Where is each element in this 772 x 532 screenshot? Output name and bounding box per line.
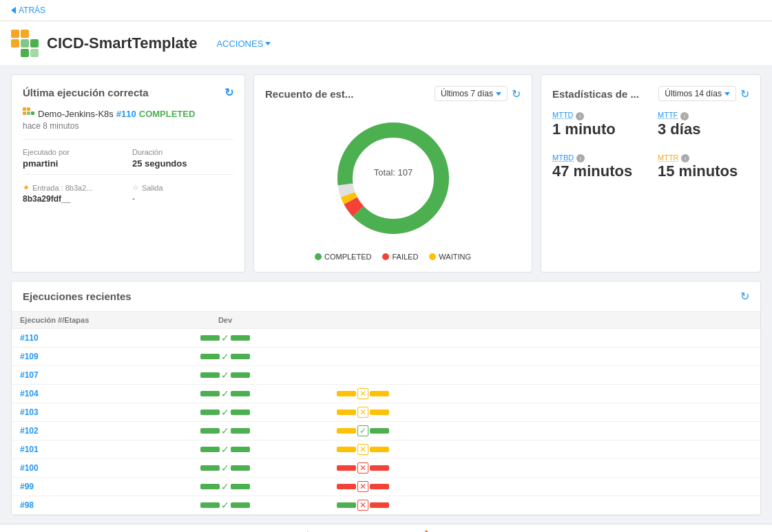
count-period-button[interactable]: Últimos 7 días [435,86,508,101]
bar-seg [370,428,389,434]
exec-number[interactable]: #110 [116,109,136,119]
pipeline-left-99: ✓ [130,481,320,492]
stats-period-select: Últimos 14 días ↻ [658,86,749,101]
svg-rect-8 [27,107,30,111]
actions-button[interactable]: ACCIONES [216,39,271,49]
exec-num-107[interactable]: #107 [20,370,39,380]
duration-value: 25 segundos [132,158,233,169]
empty-cell [328,329,760,348]
exec-num-103[interactable]: #103 [20,407,39,417]
legend-failed: FAILED [382,253,418,261]
refresh-recent-button[interactable]: ↻ [740,290,749,303]
salida-label: ☆ Salida [132,183,233,192]
page-header: CICD-SmartTemplate ACCIONES [0,21,772,66]
count-card: Recuento de est... Últimos 7 días ↻ [253,74,532,273]
last-exec-card-title: Última ejecución correcta ↻ [23,86,233,99]
entrada-label-text: Entrada : 8b3a2... [32,184,92,192]
mttd-label[interactable]: MTTD [552,111,574,119]
bar-seg [231,335,250,341]
salida-item: ☆ Salida - [132,183,233,204]
bar-seg [231,409,250,415]
entrada-label: ★ Entrada : 8b3a2... [23,183,124,192]
bar-seg [200,428,220,434]
failed-icon: ✕ [357,481,368,492]
stats-period-label: Últimos 14 días [665,89,722,98]
failed-icon: ✕ [357,462,368,474]
bar-seg [231,465,250,471]
exec-num-110[interactable]: #110 [20,333,39,343]
mttd-info-icon[interactable]: i [576,112,584,120]
exec-num-101[interactable]: #101 [20,445,39,454]
check-icon: ✓ [221,500,229,511]
pipeline-right-101: ✕ [337,444,752,455]
check-icon: ✓ [221,388,229,399]
table-row: #110 ✓ [12,329,760,348]
exec-num-99[interactable]: #99 [20,482,34,491]
stats-period-chevron-icon [724,92,730,96]
pipeline-right-99: ✕ [337,481,752,492]
empty-cell [328,366,760,385]
star-filled-icon: ★ [23,183,30,192]
duration-label: Duración [132,148,233,156]
salida-value: - [132,194,233,204]
bar-seg [231,447,250,452]
exec-num-100[interactable]: #100 [20,463,39,473]
bar-seg [337,391,356,396]
legend-dot-failed [382,253,389,260]
mttf-value: 3 días [658,120,749,138]
mtbd-info-icon[interactable]: i [576,154,585,162]
mttf-stat: MTTF i 3 días [658,109,749,138]
table-row: #109 ✓ [12,348,760,366]
pipeline-left-104: ✓ [130,388,320,399]
executed-by-value: pmartini [23,158,124,169]
exec-num-102[interactable]: #102 [20,426,39,436]
refresh-last-exec-button[interactable]: ↻ [225,86,233,99]
exec-time: hace 8 minutos [23,121,233,131]
complete-icon: ✓ [357,425,368,436]
table-row: #104 ✓ ✕ [12,385,760,403]
back-button[interactable]: ATRÁS [11,6,45,15]
table-header-row: Ejecución #/Etapas Dev [12,312,760,329]
exec-num-98[interactable]: #98 [20,500,34,510]
check-icon: ✓ [221,481,229,492]
mttf-info-icon[interactable]: i [680,112,689,120]
waiting-icon: ✕ [357,388,368,399]
pipeline-right-102: ✓ [337,425,752,436]
table-row: #98 ✓ ✕ [12,496,760,515]
refresh-stats-button[interactable]: ↻ [740,87,749,100]
svg-text:Total: 107: Total: 107 [373,167,412,178]
bar-seg [200,447,220,452]
mttd-label-wrapper: MTTD i [552,109,644,120]
last-exec-title-text: Última ejecución correcta [23,87,149,98]
table-row: #103 ✓ ✕ [12,403,760,422]
refresh-count-button[interactable]: ↻ [512,87,521,100]
pipeline-left-100: ✓ [130,462,320,474]
bar-seg [370,447,389,452]
mttr-value: 15 minutos [658,162,749,180]
legend-dot-waiting [429,253,436,260]
svg-rect-5 [21,49,29,57]
bar-seg [337,447,356,452]
bar-seg [231,502,250,508]
pipeline-left-101: ✓ [130,444,320,455]
check-icon: ✓ [221,351,229,362]
pipeline-109: ✓ [130,351,320,362]
exec-num-104[interactable]: #104 [20,389,39,398]
waiting-icon: ✕ [357,444,368,455]
main-content: Última ejecución correcta ↻ Demo-Jenkins… [0,66,772,524]
bar-seg [200,335,220,341]
svg-rect-10 [27,111,30,115]
page-title: CICD-SmartTemplate [47,34,197,52]
svg-rect-4 [30,39,39,47]
mtbd-label[interactable]: MTBD [552,153,574,162]
mttr-label[interactable]: MTTR [658,153,679,162]
svg-rect-2 [11,39,19,47]
mttf-label[interactable]: MTTF [658,111,678,119]
svg-rect-9 [23,111,26,115]
mttr-info-icon[interactable]: i [681,154,689,162]
mttr-stat: MTTR i 15 minutos [658,152,749,181]
stats-period-button[interactable]: Últimos 14 días [658,86,736,101]
exec-num-109[interactable]: #109 [20,352,39,361]
exec-table: Ejecución #/Etapas Dev #110 ✓ [12,312,760,515]
exec-details: Ejecutado por pmartini Duración 25 segun… [23,139,233,169]
